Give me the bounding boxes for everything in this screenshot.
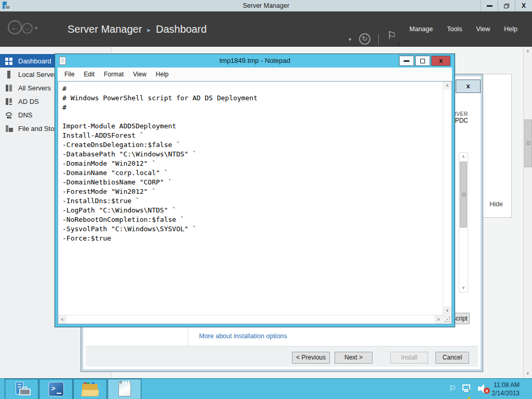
menu-help[interactable]: Help: [504, 25, 517, 33]
scroll-up-icon[interactable]: ∧: [524, 47, 532, 56]
action-center-icon[interactable]: ⚐: [449, 383, 456, 393]
notepad-menu-help[interactable]: Help: [151, 71, 174, 78]
restore-icon: [504, 4, 509, 8]
review-scroll-down-icon[interactable]: ∨: [459, 284, 468, 292]
desktop: Server Manager x ← → ▾ Server Manager ▸ …: [0, 0, 532, 399]
server-manager-navbar: ← → ▾ Server Manager ▸ Dashboard ▾ ↻ ⚐ !…: [0, 11, 532, 47]
back-icon: ←: [11, 23, 19, 32]
server-manager-scrollbar[interactable]: ∧ ∨: [523, 47, 532, 378]
refresh-icon: ↻: [362, 35, 368, 43]
notepad-maximize-button[interactable]: [415, 56, 430, 66]
taskbar-button-file-explorer[interactable]: [73, 379, 107, 399]
wizard-close-icon: x: [466, 82, 470, 90]
refresh-button[interactable]: ↻: [359, 33, 370, 45]
review-scrollbar-thumb[interactable]: [460, 162, 467, 228]
dns-icon: [5, 111, 13, 119]
previous-button[interactable]: < Previous: [292, 352, 330, 364]
cancel-button[interactable]: Cancel: [435, 352, 469, 364]
taskbar: > ⚐ ! x 11:08 AM 2/14/2013: [0, 378, 532, 399]
notepad-vertical-scrollbar[interactable]: ∧ ∨: [443, 82, 451, 315]
review-scroll-up-icon[interactable]: ∧: [459, 153, 468, 161]
notepad-text[interactable]: # # Windows PowerShell script for AD DS …: [58, 82, 443, 243]
notepad-horizontal-scrollbar[interactable]: < >: [58, 315, 443, 324]
notepad-close-icon: x: [439, 57, 443, 64]
file-explorer-icon: [82, 382, 99, 396]
ad-ds-icon: [5, 98, 13, 105]
forward-button[interactable]: →: [22, 23, 33, 34]
taskbar-button-notepad[interactable]: [108, 379, 141, 399]
breadcrumb-root[interactable]: Server Manager: [68, 23, 142, 35]
all-servers-icon: [5, 84, 13, 92]
file-storage-icon: [5, 125, 13, 132]
minimize-button[interactable]: [481, 0, 498, 11]
breadcrumb: Server Manager ▸ Dashboard: [68, 11, 207, 47]
hide-link[interactable]: Hide: [489, 201, 503, 208]
notepad-menu-edit[interactable]: Edit: [79, 71, 99, 78]
notepad-close-button[interactable]: x: [431, 56, 450, 66]
back-button[interactable]: ←: [8, 20, 22, 34]
notepad-scroll-up-icon[interactable]: ∧: [443, 82, 451, 90]
breadcrumb-separator-icon: ▸: [147, 25, 151, 34]
dashboard-icon: [5, 57, 13, 65]
notepad-client-area: # # Windows PowerShell script for AD DS …: [58, 81, 452, 324]
nav-dropdown[interactable]: ▾: [349, 36, 351, 42]
notepad-menu-format[interactable]: Format: [99, 71, 128, 78]
tray-time: 11:08 AM: [492, 381, 520, 389]
close-icon: x: [522, 2, 526, 9]
notepad-menu-file[interactable]: File: [60, 71, 79, 78]
notepad-scroll-down-icon[interactable]: ∨: [443, 307, 451, 315]
tray-date: 2/14/2013: [492, 389, 520, 397]
notepad-title: tmp1849.tmp - Notepad: [55, 54, 455, 68]
menu-tools[interactable]: Tools: [447, 25, 462, 33]
wizard-close-button[interactable]: x: [456, 79, 481, 93]
notepad-scroll-right-icon[interactable]: >: [434, 315, 443, 324]
notepad-menu-view[interactable]: View: [128, 71, 151, 78]
taskbar-button-server-manager[interactable]: [5, 379, 38, 399]
nav-menu: Manage Tools View Help: [409, 11, 517, 47]
close-button[interactable]: x: [515, 0, 532, 11]
notepad-resize-grip[interactable]: [443, 315, 451, 324]
menu-manage[interactable]: Manage: [409, 25, 433, 33]
scrollbar-thumb[interactable]: [524, 119, 532, 167]
scroll-down-icon[interactable]: ∨: [524, 369, 532, 378]
notepad-maximize-icon: [420, 59, 425, 63]
taskbar-button-powershell[interactable]: >: [39, 379, 73, 399]
minimize-icon: [487, 5, 493, 7]
notepad-taskbar-icon: [118, 382, 131, 396]
notepad-menubar: File Edit Format View Help: [58, 68, 452, 81]
notepad-scroll-left-icon[interactable]: <: [58, 315, 66, 324]
install-button[interactable]: Install: [390, 352, 428, 364]
notepad-titlebar[interactable]: tmp1849.tmp - Notepad x: [55, 54, 455, 68]
server-manager-icon: [12, 381, 31, 397]
window-title: Server Manager: [0, 0, 532, 11]
next-button[interactable]: Next >: [335, 352, 373, 364]
server-manager-titlebar: Server Manager x: [0, 0, 532, 11]
forward-icon: →: [24, 24, 31, 32]
local-server-icon: [5, 71, 13, 78]
review-scrollbar[interactable]: ∧ ∨: [459, 152, 468, 292]
taskbar-clock[interactable]: 11:08 AM 2/14/2013: [492, 381, 520, 397]
more-about-installation-link[interactable]: More about installation options: [199, 332, 287, 340]
powershell-icon: >: [48, 382, 64, 396]
notepad-minimize-icon: [404, 60, 409, 62]
history-dropdown[interactable]: ▾: [35, 25, 37, 31]
notepad-minimize-button[interactable]: [399, 56, 414, 66]
notepad-window: tmp1849.tmp - Notepad x File Edit Format…: [55, 54, 455, 327]
menu-view[interactable]: View: [476, 25, 490, 33]
volume-muted-icon[interactable]: x: [478, 384, 490, 394]
wizard-footer: < Previous Next > Install Cancel: [86, 346, 478, 367]
restore-button[interactable]: [498, 0, 515, 11]
notepad-text-area[interactable]: # # Windows PowerShell script for AD DS …: [58, 82, 443, 315]
network-warning-icon[interactable]: !: [462, 383, 475, 395]
breadcrumb-current[interactable]: Dashboard: [156, 23, 207, 35]
nav-divider: [378, 34, 379, 45]
